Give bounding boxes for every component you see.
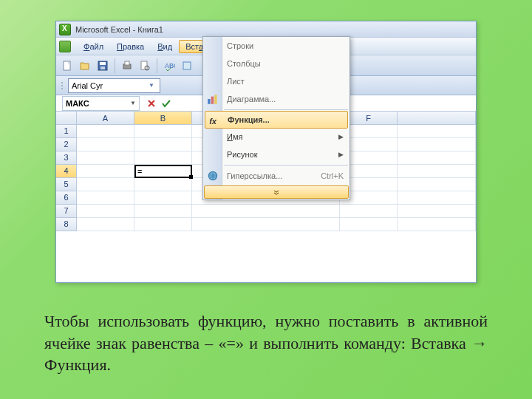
window-title: Microsoft Excel - Книга1 bbox=[75, 25, 163, 34]
toolbar-separator bbox=[157, 58, 157, 73]
menu-item-picture[interactable]: Рисунок ▶ bbox=[203, 146, 349, 163]
enter-formula-icon[interactable] bbox=[160, 98, 172, 109]
col-header-rest bbox=[398, 112, 476, 124]
select-all-corner[interactable] bbox=[56, 112, 77, 124]
active-cell-b4[interactable]: = bbox=[134, 165, 192, 178]
cell[interactable] bbox=[398, 205, 476, 218]
cell[interactable] bbox=[134, 178, 192, 191]
menu-item-rows[interactable]: Строки bbox=[203, 37, 349, 55]
svg-point-11 bbox=[61, 85, 63, 86]
menu-item-label: Функция... bbox=[228, 115, 270, 124]
cell[interactable] bbox=[398, 178, 476, 191]
cell[interactable] bbox=[77, 178, 134, 191]
cell[interactable] bbox=[398, 138, 476, 151]
cell-value: = bbox=[137, 167, 142, 176]
cell[interactable] bbox=[340, 205, 398, 218]
menu-item-label: Лист bbox=[227, 77, 245, 86]
font-grip-icon bbox=[59, 78, 65, 94]
menu-separator bbox=[224, 109, 348, 110]
menu-file[interactable]: Файл bbox=[77, 40, 110, 53]
menu-item-label: Гиперссылка... bbox=[227, 171, 282, 180]
menu-item-label: Диаграмма... bbox=[227, 95, 276, 103]
cell[interactable] bbox=[340, 218, 398, 231]
menu-item-function[interactable]: fx Функция... bbox=[205, 111, 348, 129]
spell-button[interactable]: ABC bbox=[161, 58, 177, 74]
font-name-value: Arial Cyr bbox=[72, 81, 103, 90]
row-header-4[interactable]: 4 bbox=[56, 165, 77, 178]
chart-icon bbox=[206, 92, 219, 106]
cell[interactable] bbox=[398, 125, 476, 138]
svg-rect-3 bbox=[100, 66, 105, 69]
cell[interactable] bbox=[77, 205, 134, 218]
cell[interactable] bbox=[398, 165, 476, 178]
cell[interactable] bbox=[398, 218, 476, 231]
svg-rect-15 bbox=[214, 95, 216, 103]
insert-menu-dropdown: Строки Столбцы Лист Диаграмма... fx Функ… bbox=[202, 36, 350, 200]
cell[interactable] bbox=[134, 205, 192, 218]
cell[interactable] bbox=[77, 191, 134, 205]
svg-rect-6 bbox=[141, 61, 147, 69]
menu-item-label: Строки bbox=[227, 41, 253, 50]
col-header-b[interactable]: B bbox=[134, 112, 192, 124]
cell[interactable] bbox=[134, 125, 192, 138]
row-header-3[interactable]: 3 bbox=[56, 151, 77, 165]
row-header-6[interactable]: 6 bbox=[56, 191, 77, 205]
menu-item-label: Столбцы bbox=[227, 59, 261, 68]
cell[interactable] bbox=[134, 218, 192, 231]
svg-rect-9 bbox=[183, 62, 191, 69]
row-header-5[interactable]: 5 bbox=[56, 178, 77, 191]
menu-item-label: Рисунок bbox=[227, 150, 258, 159]
cell[interactable] bbox=[134, 138, 192, 151]
menu-item-chart[interactable]: Диаграмма... bbox=[203, 90, 349, 108]
research-button[interactable] bbox=[179, 58, 195, 74]
submenu-arrow-icon: ▶ bbox=[338, 151, 344, 158]
col-header-a[interactable]: A bbox=[77, 112, 134, 124]
menu-edit[interactable]: Правка bbox=[110, 40, 151, 53]
row-header-1[interactable]: 1 bbox=[56, 125, 77, 138]
cell[interactable] bbox=[192, 205, 340, 218]
cell[interactable] bbox=[77, 138, 134, 151]
save-button[interactable] bbox=[95, 58, 111, 74]
menu-separator bbox=[224, 165, 348, 166]
svg-rect-14 bbox=[211, 97, 214, 104]
submenu-arrow-icon: ▶ bbox=[338, 133, 344, 140]
menu-expand-button[interactable] bbox=[204, 185, 349, 199]
row-header-8[interactable]: 8 bbox=[56, 218, 77, 231]
app-corner-icon[interactable] bbox=[59, 41, 71, 52]
cell[interactable] bbox=[398, 191, 476, 205]
cell[interactable] bbox=[192, 218, 340, 231]
menu-item-sheet[interactable]: Лист bbox=[203, 72, 349, 90]
excel-logo-icon bbox=[59, 24, 71, 35]
menu-view[interactable]: Вид bbox=[151, 40, 179, 53]
menu-shortcut: Ctrl+K bbox=[321, 171, 344, 180]
menu-item-columns[interactable]: Столбцы bbox=[203, 55, 349, 72]
hyperlink-icon bbox=[206, 169, 219, 183]
cancel-formula-icon[interactable] bbox=[146, 98, 157, 109]
slide-description: Чтобы использовать функцию, нужно постав… bbox=[44, 310, 488, 376]
font-name-select[interactable]: Arial Cyr ▼ bbox=[68, 78, 160, 93]
chevron-down-icon: ▼ bbox=[130, 100, 136, 106]
cell[interactable] bbox=[77, 218, 134, 231]
name-box[interactable]: МАКС ▼ bbox=[62, 96, 140, 111]
cell[interactable] bbox=[134, 151, 192, 165]
new-button[interactable] bbox=[59, 58, 75, 74]
cell[interactable] bbox=[77, 125, 134, 138]
name-box-value: МАКС bbox=[66, 99, 89, 108]
fill-handle-icon[interactable] bbox=[189, 175, 193, 179]
svg-rect-2 bbox=[100, 62, 106, 65]
menu-item-hyperlink[interactable]: Гиперссылка... Ctrl+K bbox=[203, 167, 349, 185]
cell[interactable] bbox=[134, 191, 192, 205]
menu-item-name[interactable]: Имя ▶ bbox=[203, 128, 349, 146]
row-header-7[interactable]: 7 bbox=[56, 205, 77, 218]
svg-text:fx: fx bbox=[209, 117, 217, 126]
print-preview-button[interactable] bbox=[137, 58, 153, 74]
open-button[interactable] bbox=[77, 58, 93, 74]
cell[interactable] bbox=[77, 165, 134, 178]
row-header-2[interactable]: 2 bbox=[56, 138, 77, 151]
svg-point-10 bbox=[61, 82, 63, 83]
cell[interactable] bbox=[77, 151, 134, 165]
print-button[interactable] bbox=[119, 58, 135, 74]
cell[interactable] bbox=[398, 151, 476, 165]
menu-file-label: айл bbox=[89, 42, 103, 51]
chevron-down-icon: ▼ bbox=[146, 82, 157, 89]
